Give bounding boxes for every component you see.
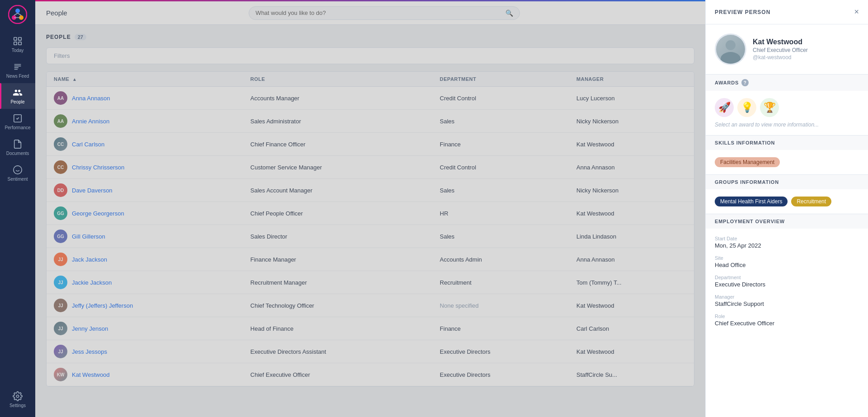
- filters-bar[interactable]: Filters: [46, 47, 694, 64]
- app-logo[interactable]: [8, 5, 28, 24]
- manager-cell: Kat Westwood: [569, 202, 694, 225]
- table-row[interactable]: JJJenny JensonHead of FinanceFinanceCarl…: [47, 317, 694, 340]
- dept-cell: Sales: [433, 179, 569, 202]
- table-row[interactable]: JJJess JessopsExecutive Directors Assist…: [47, 340, 694, 363]
- table-row[interactable]: DDDave DaversonSales Account ManagerSale…: [47, 179, 694, 202]
- sidebar-item-performance[interactable]: Performance: [0, 109, 35, 135]
- award-rocket[interactable]: 🚀: [715, 98, 734, 117]
- people-count: 27: [75, 34, 86, 40]
- person-name-cell[interactable]: Anna Annason: [72, 95, 110, 102]
- person-name-cell[interactable]: Gill Gillerson: [72, 233, 105, 240]
- awards-help-icon[interactable]: ?: [741, 79, 749, 86]
- person-name-cell[interactable]: Annie Annison: [72, 118, 109, 125]
- person-name: Kat Westwood: [753, 38, 859, 46]
- sidebar-item-settings-label: Settings: [9, 403, 26, 408]
- person-name-cell[interactable]: Chrissy Chrisserson: [72, 164, 124, 171]
- person-name-cell[interactable]: Jenny Jenson: [72, 325, 108, 332]
- name-cell: CCChrissy Chrisserson: [47, 156, 243, 179]
- name-cell: JJJackie Jackson: [47, 271, 243, 294]
- employment-field-0: Start DateMon, 25 Apr 2022: [715, 236, 859, 249]
- employment-value-1: Head Office: [715, 262, 859, 268]
- role-cell: Finance Manager: [243, 248, 433, 271]
- group-tag-recruitment[interactable]: Recruitment: [791, 197, 831, 206]
- skill-tag-facilities[interactable]: Facilities Management: [715, 157, 780, 167]
- table-row[interactable]: JJJeffy (Jeffers) JeffersonChief Technol…: [47, 294, 694, 317]
- awards-content: 🚀 💡 🏆 Select an award to view more infor…: [706, 91, 868, 135]
- employment-grid: Start DateMon, 25 Apr 2022SiteHead Offic…: [715, 236, 859, 327]
- table-row[interactable]: JJJackie JacksonRecruitment ManagerRecru…: [47, 271, 694, 294]
- table-row[interactable]: CCCarl CarlsonChief Finance OfficerFinan…: [47, 133, 694, 156]
- preview-title: PREVIEW PERSON: [715, 9, 770, 15]
- table-row[interactable]: GGGeorge GeorgersonChief People OfficerH…: [47, 202, 694, 225]
- person-name-cell[interactable]: George Georgerson: [72, 210, 124, 217]
- main-content: People 🔍 PEOPLE 27 Filters NAME ▲: [35, 0, 705, 417]
- top-bar: People 🔍: [35, 1, 705, 25]
- avatar-image: [716, 35, 745, 64]
- person-name-cell[interactable]: Jess Jessops: [72, 348, 107, 355]
- person-name-cell[interactable]: Dave Daverson: [72, 187, 113, 194]
- award-bulb[interactable]: 💡: [737, 98, 756, 117]
- sidebar-item-sentiment[interactable]: Sentiment: [0, 160, 35, 186]
- search-icon: 🔍: [505, 9, 513, 17]
- group-tag-mental-health[interactable]: Mental Health First Aiders: [715, 197, 788, 206]
- svg-line-4: [14, 13, 18, 15]
- search-input[interactable]: [255, 9, 505, 16]
- col-department[interactable]: DEPARTMENT: [433, 72, 569, 87]
- person-name-cell[interactable]: Carl Carlson: [72, 141, 104, 148]
- table-row[interactable]: KWKat WestwoodChief Executive OfficerExe…: [47, 363, 694, 386]
- preview-panel: PREVIEW PERSON × Kat Westwood Chief Exec…: [705, 0, 868, 417]
- sidebar-item-settings[interactable]: Settings: [0, 387, 35, 412]
- table-row[interactable]: AAAnna AnnasonAccounts ManagerCredit Con…: [47, 87, 694, 110]
- svg-point-12: [14, 166, 22, 174]
- sidebar-item-today[interactable]: Today: [0, 32, 35, 57]
- dept-cell: HR: [433, 202, 569, 225]
- sidebar-item-sentiment-label: Sentiment: [7, 177, 28, 182]
- name-cell: JJJenny Jenson: [47, 317, 243, 340]
- sidebar-item-people[interactable]: People: [0, 83, 35, 109]
- person-name-cell[interactable]: Kat Westwood: [72, 371, 110, 378]
- dept-cell: Recruitment: [433, 271, 569, 294]
- avatar: [715, 33, 746, 65]
- employment-section-header: EMPLOYMENT OVERVIEW: [706, 214, 868, 229]
- groups-section-header: GROUPS INFORMATION: [706, 175, 868, 189]
- svg-point-1: [15, 9, 20, 13]
- table-row[interactable]: GGGill GillersonSales DirectorSalesLinda…: [47, 225, 694, 248]
- svg-rect-9: [14, 42, 17, 45]
- table-row[interactable]: AAAnnie AnnisonSales AdministratorSalesN…: [47, 110, 694, 133]
- dept-cell: Sales: [433, 225, 569, 248]
- name-cell: AAAnna Annason: [47, 87, 243, 110]
- employment-value-4: Chief Executive Officer: [715, 320, 859, 327]
- col-manager[interactable]: MANAGER: [569, 72, 694, 87]
- filters-label: Filters: [54, 52, 70, 59]
- sidebar-item-documents[interactable]: Documents: [0, 135, 35, 160]
- sidebar-item-performance-label: Performance: [5, 125, 30, 130]
- manager-cell: Linda Lindason: [569, 225, 694, 248]
- person-name-cell[interactable]: Jeffy (Jeffers) Jefferson: [72, 302, 133, 309]
- dept-cell: Finance: [433, 317, 569, 340]
- role-cell: Chief Finance Officer: [243, 133, 433, 156]
- top-bar-title: People: [46, 9, 67, 17]
- table-row[interactable]: CCChrissy ChrissersonCustomer Service Ma…: [47, 156, 694, 179]
- role-cell: Sales Account Manager: [243, 179, 433, 202]
- table-header-row: NAME ▲ ROLE DEPARTMENT MANAGER: [47, 72, 694, 87]
- sort-arrow-icon: ▲: [72, 77, 77, 82]
- name-cell: AAAnnie Annison: [47, 110, 243, 133]
- preview-close-button[interactable]: ×: [854, 7, 859, 17]
- role-cell: Chief People Officer: [243, 202, 433, 225]
- person-name-cell[interactable]: Jackie Jackson: [72, 279, 112, 286]
- dept-cell: Executive Directors: [433, 340, 569, 363]
- person-name-cell[interactable]: Jack Jackson: [72, 256, 107, 263]
- col-name[interactable]: NAME ▲: [47, 72, 243, 87]
- award-trophy[interactable]: 🏆: [760, 98, 779, 117]
- manager-cell: Tom (Tommy) T...: [569, 271, 694, 294]
- awards-section: AWARDS ? 🚀 💡 🏆 Select an award to view m…: [706, 74, 868, 135]
- svg-rect-8: [19, 37, 21, 40]
- employment-label-0: Start Date: [715, 236, 859, 241]
- manager-cell: Anna Annason: [569, 156, 694, 179]
- groups-section: GROUPS INFORMATION Mental Health First A…: [706, 174, 868, 214]
- col-role[interactable]: ROLE: [243, 72, 433, 87]
- groups-content: Mental Health First Aiders Recruitment: [706, 189, 868, 214]
- sidebar-item-news-feed[interactable]: News Feed: [0, 57, 35, 83]
- role-cell: Executive Directors Assistant: [243, 340, 433, 363]
- table-row[interactable]: JJJack JacksonFinance ManagerAccounts Ad…: [47, 248, 694, 271]
